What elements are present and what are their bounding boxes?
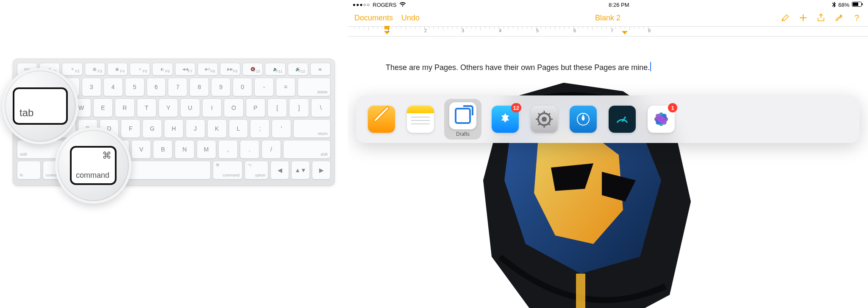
key: 🔇F10 [242,63,263,76]
app-speedtest[interactable] [609,106,636,133]
key: delete [298,78,331,96]
key: T [137,98,156,117]
key: 5 [125,78,145,96]
key: 0 [233,78,252,96]
keyboard-illustration: esc☀︎F1☀︎F2▦F3▣F4≡F5◐F6◀◀F7▶IIF8▶▶F9🔇F10… [0,0,348,308]
svg-text:?: ? [854,13,859,22]
share-icon[interactable] [816,13,826,22]
key: Y [159,98,178,117]
documents-button[interactable]: Documents [354,14,393,22]
app-settings[interactable] [531,106,558,133]
testflight-icon [570,106,597,133]
app-testflight[interactable] [570,106,597,133]
speedtest-icon [609,106,636,133]
ruler-tick: 7 [611,28,613,33]
key: N [175,140,194,159]
photos-icon: 1 [648,106,675,133]
app-notes[interactable] [407,106,434,133]
key: O [224,98,243,117]
ruler-tick: 6 [573,28,576,33]
add-icon[interactable] [798,13,808,22]
battery-pct-label: 68% [838,2,849,8]
key: option⌥ [245,161,268,179]
wifi-icon [399,2,406,7]
text-cursor [650,62,651,71]
ruler-tick: 2 [424,28,427,33]
pages-icon [368,106,395,133]
key: 3 [82,78,101,96]
appstore-icon: 12 [492,106,519,133]
ruler[interactable]: 12345678 [348,26,868,36]
key: G [142,119,162,138]
key: command⌘ [213,161,242,179]
svg-line-13 [548,123,550,125]
key: ] [289,98,309,117]
key: ≡F5 [130,63,150,76]
key: B [153,140,172,159]
document-body[interactable]: These are my Pages. Others have their ow… [348,36,868,98]
command-symbol-icon: ⌘ [102,150,111,161]
photos-badge: 1 [668,103,677,112]
key: ◀◀F7 [175,63,195,76]
ruler-tick: 5 [536,28,539,33]
document-text[interactable]: These are my Pages. Others have their ow… [386,63,650,72]
key: ☀︎F2 [62,63,82,76]
key: ▣F4 [107,63,128,76]
help-icon[interactable]: ? [852,13,861,22]
app-switcher[interactable]: Drafts 12 [356,95,860,143]
key: ; [250,119,270,138]
drafts-icon [449,102,476,129]
key: fn [17,161,41,179]
command-key-label: command [76,171,109,180]
key: 6 [147,78,166,96]
key: ◀ [270,161,289,179]
command-key: ⌘ command [70,146,117,185]
appstore-badge: 12 [511,103,521,112]
svg-line-12 [538,113,540,115]
key: [ [267,98,287,117]
notes-icon [407,106,434,133]
key: P [246,98,265,117]
status-bar: ●●●○○ ROGERS 8:26 PM 68% [348,0,868,9]
document-title: Blank 2 [595,14,620,22]
key: \ [311,98,331,117]
pages-toolbar: Documents Undo Blank 2 ? [348,9,868,26]
key: 8 [189,78,209,96]
battery-icon [852,2,863,8]
app-pages[interactable] [368,106,395,133]
app-drafts[interactable]: Drafts [444,99,481,140]
key: ▶IIF8 [198,63,218,76]
key: 7 [168,78,187,96]
tools-icon[interactable] [834,13,843,22]
key: 🔊F12 [288,63,308,76]
key: F [121,119,140,138]
key: K [207,119,227,138]
ruler-margin-right-icon[interactable] [622,31,628,34]
svg-rect-1 [853,3,858,6]
tab-key-label: tab [19,107,33,119]
ruler-tick: 8 [648,28,651,33]
key: = [276,78,295,96]
ruler-tick: 1 [387,28,389,33]
signal-dots-icon: ●●●○○ [353,2,370,8]
ruler-tick: 4 [499,28,501,33]
magnifier-tab-key: tab [2,68,78,144]
magnifier-command-key: ⌘ command [55,127,131,204]
key: 🔉F11 [265,63,285,76]
undo-button[interactable]: Undo [401,14,420,22]
app-photos[interactable]: 1 [648,106,675,133]
format-brush-icon[interactable] [781,13,790,22]
app-appstore[interactable]: 12 [492,106,519,133]
carrier-label: ROGERS [373,2,396,8]
svg-marker-5 [602,172,636,202]
svg-marker-4 [551,163,593,191]
key: V [131,140,151,159]
bluetooth-icon [832,2,836,8]
settings-icon [531,106,558,133]
key: I [202,98,222,117]
key: E [93,98,113,117]
key: ▶ [312,161,331,179]
key: 4 [103,78,123,96]
selected-app-label: Drafts [456,131,470,137]
key: return [293,119,331,138]
